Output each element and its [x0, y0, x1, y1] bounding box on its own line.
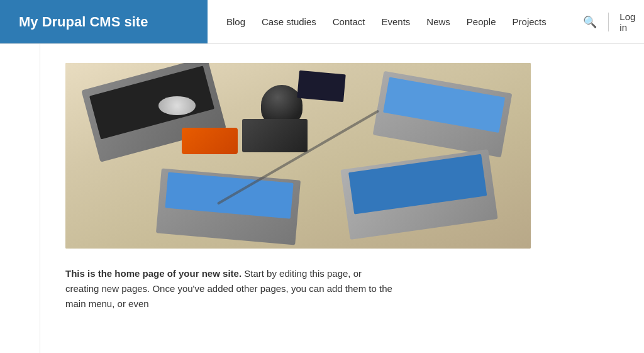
nav-contact[interactable]: Contact	[326, 11, 372, 32]
login-link[interactable]: Log in	[614, 9, 640, 35]
device-black	[242, 119, 308, 152]
desk-scene	[65, 63, 531, 249]
laptop-bottom-right	[340, 149, 497, 240]
intro-text: This is the home page of your new site. …	[65, 266, 392, 311]
logo-block: My Drupal CMS site	[0, 0, 208, 43]
search-icon[interactable]: 🔍	[578, 13, 602, 31]
hero-image	[65, 63, 531, 249]
laptop-bottom-left	[156, 169, 301, 245]
laptop-top-right	[372, 70, 512, 157]
page-wrapper: This is the home page of your new site. …	[0, 44, 644, 353]
main-nav: Blog Case studies Contact Events News Pe…	[208, 0, 565, 43]
site-title: My Drupal CMS site	[19, 14, 148, 30]
nav-projects[interactable]: Projects	[506, 11, 553, 32]
nav-events[interactable]: Events	[375, 11, 416, 32]
nav-people[interactable]: People	[460, 11, 502, 32]
nav-blog[interactable]: Blog	[220, 11, 252, 32]
notebook	[297, 70, 346, 103]
hdd-orange	[182, 128, 238, 154]
header-divider	[608, 13, 609, 31]
bowl	[158, 96, 196, 115]
intro-text-bold: This is the home page of your new site.	[65, 268, 242, 279]
nav-news[interactable]: News	[420, 11, 457, 32]
main-content: This is the home page of your new site. …	[40, 44, 644, 353]
left-sidebar-accent	[0, 44, 40, 353]
nav-case-studies[interactable]: Case studies	[255, 11, 323, 32]
header-actions: 🔍 Log in	[565, 0, 644, 43]
site-header: My Drupal CMS site Blog Case studies Con…	[0, 0, 644, 44]
